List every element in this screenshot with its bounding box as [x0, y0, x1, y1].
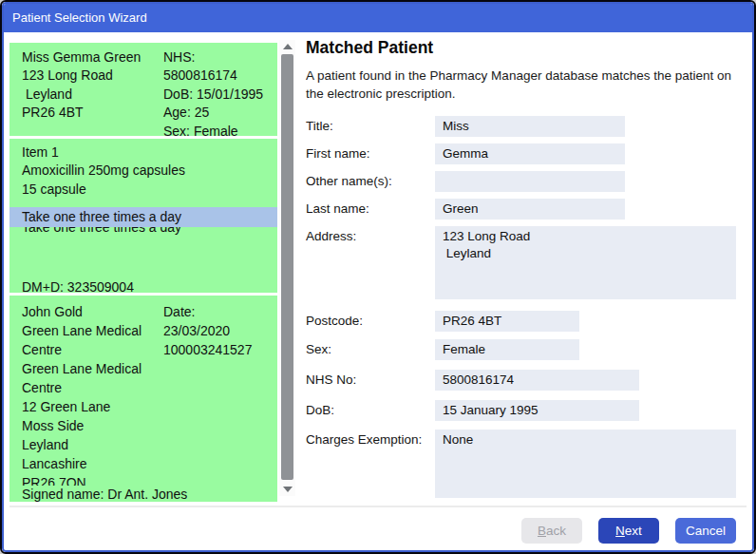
- patient-summary-details: Miss Gemma Green 123 Long Road Leyland P…: [22, 48, 163, 136]
- dosage-line-clipped-text: Take one three times a day: [22, 227, 277, 236]
- item-header: Item 1 Amoxicillin 250mg capsules 15 cap…: [9, 139, 277, 199]
- back-button[interactable]: Back: [521, 518, 582, 544]
- patient-details-form: Title: Miss First name: Gemma Other name…: [306, 116, 743, 498]
- last-name-field[interactable]: Green: [435, 199, 625, 220]
- title-label: Title:: [306, 116, 435, 133]
- address-label: Address:: [306, 226, 435, 243]
- form-row-nhs-no: NHS No: 5800816174: [306, 370, 743, 391]
- dosage-line-clipped: Take one three times a day: [9, 227, 277, 236]
- charges-exemption-label: Charges Exemption:: [306, 430, 435, 447]
- form-row-dob: DoB: 15 January 1995: [306, 400, 743, 421]
- sex-field[interactable]: Female: [435, 339, 579, 360]
- postcode-field[interactable]: PR26 4BT: [435, 311, 579, 332]
- page-description: A patient found in the Pharmacy Manager …: [306, 67, 738, 103]
- first-name-field[interactable]: Gemma: [435, 143, 625, 164]
- next-button[interactable]: Next: [598, 518, 659, 544]
- dosage-line-selected[interactable]: Take one three times a day: [9, 207, 277, 227]
- nhs-no-field[interactable]: 5800816174: [435, 370, 639, 391]
- prescription-item-box[interactable]: Item 1 Amoxicillin 250mg capsules 15 cap…: [9, 139, 277, 293]
- cancel-button[interactable]: Cancel: [675, 518, 736, 544]
- prescription-date-details: Date: 23/03/2020 100003241527: [163, 302, 270, 502]
- form-row-last-name: Last name: Green: [306, 199, 743, 220]
- form-row-address: Address: 123 Long Road Leyland: [306, 226, 743, 299]
- last-name-label: Last name:: [306, 199, 435, 216]
- sex-label: Sex:: [306, 339, 435, 356]
- patient-summary-box[interactable]: Miss Gemma Green 123 Long Road Leyland P…: [9, 43, 277, 136]
- charges-exemption-field[interactable]: None: [435, 430, 736, 498]
- window-frame: Patient Selection Wizard Miss Gemma Gree…: [2, 2, 754, 552]
- nhs-no-label: NHS No:: [306, 370, 435, 387]
- window-title: Patient Selection Wizard: [12, 10, 147, 25]
- prescriber-details: John Gold Green Lane Medical Centre Gree…: [22, 302, 163, 502]
- dob-field[interactable]: 15 January 1995: [435, 400, 639, 421]
- scroll-up-button[interactable]: [279, 40, 295, 53]
- patient-summary-ids: NHS: 5800816174 DoB: 15/01/1995 Age: 25 …: [163, 48, 270, 136]
- other-names-field[interactable]: [435, 171, 625, 192]
- scroll-down-button[interactable]: [279, 483, 295, 496]
- footer-separator: [9, 506, 747, 507]
- scroll-up-icon: [283, 44, 293, 49]
- matched-patient-panel: Matched Patient A patient found in the P…: [306, 38, 743, 505]
- postcode-label: Postcode:: [306, 311, 435, 328]
- window-titlebar: Patient Selection Wizard: [4, 4, 752, 32]
- signed-name: Signed name: Dr Ant. Jones: [22, 486, 277, 502]
- first-name-label: First name:: [306, 143, 435, 161]
- title-field[interactable]: Miss: [435, 116, 625, 137]
- form-row-first-name: First name: Gemma: [306, 143, 743, 164]
- scrollbar-thumb[interactable]: [281, 54, 293, 480]
- prescriber-box[interactable]: John Gold Green Lane Medical Centre Gree…: [9, 296, 277, 502]
- scroll-down-icon: [283, 487, 293, 492]
- form-row-title: Title: Miss: [306, 116, 743, 137]
- address-field[interactable]: 123 Long Road Leyland: [435, 226, 736, 299]
- left-panel-scrollbar[interactable]: [279, 40, 295, 496]
- dmd-code: DM+D: 323509004: [22, 278, 134, 293]
- dob-label: DoB:: [306, 400, 435, 417]
- page-title: Matched Patient: [306, 38, 743, 58]
- patient-selection-wizard-window: Patient Selection Wizard Miss Gemma Gree…: [0, 0, 756, 554]
- form-row-charges-exemption: Charges Exemption: None: [306, 430, 743, 498]
- form-row-postcode: Postcode: PR26 4BT: [306, 311, 743, 332]
- other-names-label: Other name(s):: [306, 171, 435, 188]
- form-row-sex: Sex: Female: [306, 339, 743, 360]
- form-row-other-names: Other name(s):: [306, 171, 743, 192]
- prescription-summary-panel: Miss Gemma Green 123 Long Road Leyland P…: [9, 43, 277, 505]
